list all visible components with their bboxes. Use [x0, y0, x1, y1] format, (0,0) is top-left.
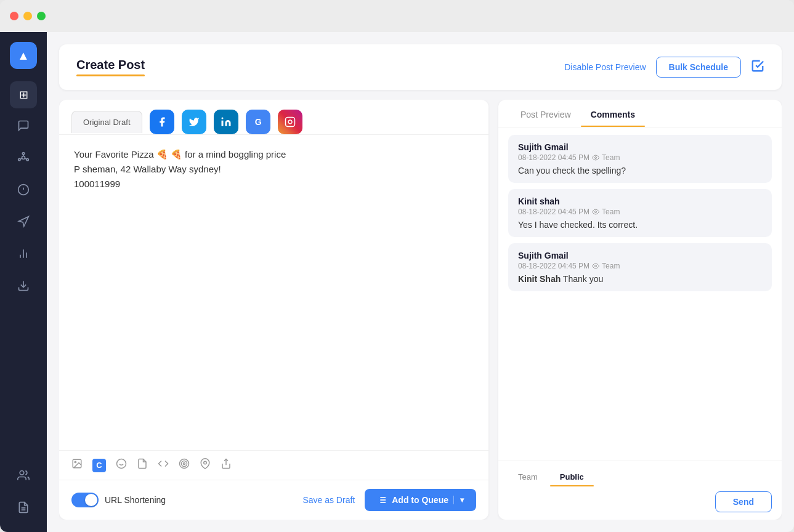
sidebar-logo[interactable]: ▲ — [10, 42, 37, 69]
eye-icon — [592, 154, 599, 161]
titlebar — [0, 0, 794, 32]
sidebar-item-users[interactable] — [10, 463, 37, 490]
gmb-label: G — [255, 117, 261, 127]
gmb-tab[interactable]: G — [246, 110, 270, 134]
sidebar-item-support[interactable] — [10, 177, 37, 204]
svg-point-35 — [595, 157, 597, 159]
chat-icon — [17, 119, 30, 135]
network-icon — [17, 151, 30, 167]
svg-point-20 — [75, 461, 76, 462]
comments-panel: Post Preview Comments Sujith Gmail 08-18… — [498, 100, 782, 520]
disable-preview-button[interactable]: Disable Post Preview — [564, 62, 646, 72]
svg-line-6 — [20, 158, 22, 159]
comment-meta: 08-18-2022 04:45 PM Team — [518, 153, 762, 162]
comment-card: Sujith Gmail 08-18-2022 04:45 PM Team Ki… — [508, 243, 772, 291]
twitter-tab[interactable] — [182, 110, 206, 134]
comment-text: Can you check the spelling? — [518, 166, 762, 175]
comment-card: Sujith Gmail 08-18-2022 04:45 PM Team Ca… — [508, 135, 772, 183]
post-content-area[interactable]: Your Favorite Pizza 🍕 🍕 for a mind boggl… — [59, 135, 488, 450]
document-tool-icon[interactable] — [137, 458, 148, 472]
add-to-queue-label: Add to Queue — [392, 495, 448, 505]
svg-point-27 — [204, 461, 207, 464]
comment-meta: 08-18-2022 04:45 PM Team — [518, 208, 762, 216]
app-body: ▲ ⊞ — [0, 32, 794, 532]
svg-rect-17 — [285, 118, 294, 127]
url-shortening-toggle: URL Shortening — [71, 493, 166, 507]
dropdown-arrow-icon[interactable]: ▾ — [453, 496, 464, 504]
add-to-queue-button[interactable]: Add to Queue ▾ — [365, 489, 476, 511]
users-icon — [17, 469, 30, 485]
sidebar-item-notes[interactable] — [10, 495, 37, 522]
campaigns-icon — [17, 216, 30, 231]
comment-author: Kinit shah — [518, 196, 762, 206]
bulk-schedule-button[interactable]: Bulk Schedule — [656, 57, 741, 78]
social-tabs: Original Draft G — [59, 100, 488, 135]
target-tool-icon[interactable] — [179, 458, 190, 472]
svg-point-12 — [20, 470, 24, 475]
comment-input-area: Team Public Send — [498, 461, 782, 520]
tab-comments[interactable]: Comments — [581, 100, 645, 127]
linkedin-tab[interactable] — [214, 110, 238, 134]
subtab-team[interactable]: Team — [508, 469, 548, 485]
comment-meta: 08-18-2022 04:45 PM Team — [518, 262, 762, 270]
post-editor-panel: Original Draft G — [59, 100, 488, 520]
queue-icon — [377, 495, 387, 505]
sidebar-item-dashboard[interactable]: ⊞ — [10, 81, 37, 108]
svg-point-36 — [595, 211, 597, 213]
svg-point-21 — [117, 459, 126, 469]
svg-point-1 — [22, 152, 24, 154]
post-text: Your Favorite Pizza 🍕 🍕 for a mind boggl… — [74, 147, 474, 191]
right-panel-tabs: Post Preview Comments — [498, 100, 782, 127]
comments-area: Sujith Gmail 08-18-2022 04:45 PM Team Ca… — [498, 127, 782, 461]
sidebar-item-network[interactable] — [10, 145, 37, 172]
send-button[interactable]: Send — [715, 491, 772, 512]
maximize-button[interactable] — [37, 12, 46, 20]
facebook-tab[interactable] — [150, 110, 174, 134]
header-card: Create Post Disable Post Preview Bulk Sc… — [59, 44, 782, 90]
share-tool-icon[interactable] — [221, 458, 232, 472]
editor-toolbar: C — [59, 450, 488, 480]
send-row: Send — [508, 491, 772, 512]
comment-author: Sujith Gmail — [518, 251, 762, 260]
toggle-knob — [85, 494, 97, 506]
sidebar-item-chat[interactable] — [10, 113, 37, 140]
sidebar-item-downloads[interactable] — [10, 273, 37, 300]
image-tool-icon[interactable] — [71, 458, 83, 472]
svg-rect-15 — [221, 121, 223, 126]
sidebar-item-analytics[interactable] — [10, 241, 37, 268]
instagram-tab[interactable] — [278, 110, 302, 134]
svg-point-37 — [595, 265, 597, 267]
url-shortening-switch[interactable] — [71, 493, 99, 507]
downloads-icon — [17, 280, 30, 295]
original-draft-tab[interactable]: Original Draft — [71, 111, 142, 133]
eye-icon — [592, 262, 599, 270]
check-icon — [751, 59, 764, 76]
sidebar-item-campaigns[interactable] — [10, 209, 37, 236]
app-window: ▲ ⊞ — [0, 0, 794, 532]
main-content: Create Post Disable Post Preview Bulk Sc… — [47, 32, 794, 532]
comment-text: Yes I have checked. Its correct. — [518, 220, 762, 230]
notes-icon — [17, 501, 30, 517]
subtab-public[interactable]: Public — [550, 469, 594, 485]
code-tool-icon[interactable] — [158, 458, 169, 472]
location-tool-icon[interactable] — [200, 458, 211, 472]
page-title: Create Post — [76, 58, 145, 72]
bottom-row: URL Shortening Save as Draft Add to Queu… — [59, 480, 488, 520]
emoji-tool-icon[interactable] — [116, 458, 127, 472]
tab-post-preview[interactable]: Post Preview — [511, 100, 581, 127]
c-tool-icon[interactable]: C — [92, 459, 106, 472]
traffic-lights — [10, 12, 46, 20]
eye-icon — [592, 208, 599, 216]
title-underline — [76, 75, 145, 76]
panels: Original Draft G — [59, 100, 782, 520]
logo-icon: ▲ — [17, 49, 30, 63]
analytics-icon — [17, 248, 30, 263]
minimize-button[interactable] — [23, 12, 32, 20]
header-actions: Disable Post Preview Bulk Schedule — [564, 57, 764, 78]
save-draft-button[interactable]: Save as Draft — [302, 495, 355, 505]
comment-author: Sujith Gmail — [518, 142, 762, 152]
comment-text: Kinit Shah Thank you — [518, 274, 762, 284]
close-button[interactable] — [10, 12, 18, 20]
support-icon — [17, 183, 30, 199]
svg-point-16 — [221, 118, 223, 119]
